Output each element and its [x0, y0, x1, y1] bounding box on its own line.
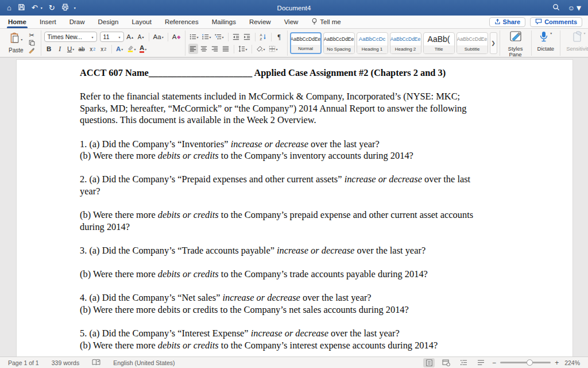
align-center-button[interactable] — [199, 44, 209, 54]
undo-icon[interactable]: ↶ — [32, 4, 38, 12]
home-icon[interactable]: ⌂ — [7, 4, 11, 12]
font-color-button[interactable]: A▾ — [138, 44, 148, 54]
paste-chevron-down-icon: ▾ — [21, 37, 22, 41]
shrink-font-button[interactable]: A▾ — [136, 32, 146, 42]
styles-gallery-more-button[interactable]: ❯ — [490, 32, 497, 54]
style-card-title[interactable]: AaBb( Title — [423, 32, 455, 54]
tab-insert[interactable]: Insert — [40, 16, 56, 28]
comments-button[interactable]: Comments — [530, 17, 582, 27]
styles-pane-button[interactable]: Styles Pane — [503, 31, 528, 55]
style-card-no-spacing[interactable]: AaBbCcDdEe No Spacing — [323, 32, 355, 54]
print-layout-view-button[interactable] — [423, 358, 435, 367]
title-bar: ⌂ ↶ ▾ ↻ ▾ Document4 ☺ ▾ — [0, 0, 588, 16]
doc-paragraph-q5: 5. (a) Did the Company’s “Interest Expen… — [80, 328, 506, 351]
justify-button[interactable] — [221, 44, 231, 54]
copy-button[interactable] — [27, 39, 37, 47]
tab-view[interactable]: View — [284, 16, 299, 28]
font-name-select[interactable]: Times New... ▾ — [44, 32, 97, 42]
font-group: Times New... ▾ 11 ▾ A▴ A▾ Aa▾ A◆ B I U▾ … — [41, 30, 185, 56]
style-card-heading2[interactable]: AaBbCcDdEe Heading 2 — [390, 32, 421, 54]
clipboard-icon — [9, 32, 20, 46]
increase-indent-button[interactable] — [242, 32, 252, 42]
zoom-slider-thumb[interactable] — [527, 359, 533, 366]
word-count[interactable]: 339 words — [52, 359, 79, 366]
style-card-heading1[interactable]: AaBbCcDc Heading 1 — [357, 32, 388, 54]
font-size-select[interactable]: 11 ▾ — [100, 32, 124, 42]
decrease-indent-button[interactable] — [231, 32, 241, 42]
document-page[interactable]: ACCT 607 Name______________________ Appl… — [16, 59, 573, 356]
line-spacing-button[interactable]: ▾ — [237, 44, 249, 54]
sensitivity-button: ▾ Sensitivity — [563, 31, 588, 55]
status-bar: Page 1 of 1 339 words English (United St… — [0, 356, 588, 368]
grow-font-button[interactable]: A▴ — [125, 32, 135, 42]
bullets-button[interactable]: ▾ — [188, 32, 200, 42]
document-body[interactable]: ACCT 607 Name______________________ Appl… — [17, 60, 506, 351]
zoom-level[interactable]: 224% — [564, 359, 580, 366]
paragraph-group: ▾ ▾ ▾ AZ — [185, 30, 288, 56]
shading-button[interactable]: ▾ — [255, 44, 266, 54]
cut-button[interactable]: ✂ — [27, 32, 37, 39]
document-canvas: ACCT 607 Name______________________ Appl… — [0, 57, 588, 356]
svg-text:A: A — [260, 33, 262, 37]
share-button[interactable]: Share — [489, 17, 526, 27]
tab-draw[interactable]: Draw — [69, 16, 85, 28]
proofing-status-icon[interactable] — [92, 359, 100, 367]
subscript-button[interactable]: x2 — [88, 44, 98, 54]
doc-paragraph-q2b: (b) Were there more debits or credits to… — [80, 209, 506, 233]
microphone-icon — [539, 31, 548, 45]
borders-button[interactable]: ▾ — [268, 44, 279, 54]
doc-paragraph-q1: 1. (a) Did the Company’s “Inventories” i… — [80, 139, 506, 162]
sensitivity-badge-icon — [572, 31, 582, 45]
account-chevron-down-icon: ▾ — [577, 2, 581, 13]
draft-view-button[interactable] — [475, 358, 486, 367]
paste-button[interactable]: ▾ Paste — [6, 32, 26, 53]
show-formatting-marks-button[interactable]: ¶ — [274, 32, 284, 42]
toolbar-more-chevron-icon[interactable]: ▾ — [74, 6, 76, 10]
chevron-down-icon: ▾ — [119, 35, 121, 39]
account-menu[interactable]: ☺ ▾ — [568, 2, 581, 13]
strikethrough-button[interactable]: ab — [77, 44, 87, 54]
redo-icon[interactable]: ↻ — [49, 4, 55, 12]
italic-button[interactable]: I — [55, 44, 65, 54]
save-icon[interactable] — [18, 3, 25, 13]
sort-button[interactable]: AZ — [258, 32, 268, 42]
zoom-out-button[interactable]: − — [492, 359, 496, 366]
web-layout-view-button[interactable] — [440, 358, 452, 367]
tab-layout[interactable]: Layout — [131, 16, 152, 28]
tab-design[interactable]: Design — [98, 16, 119, 28]
underline-button[interactable]: U▾ — [66, 44, 76, 54]
text-effects-button[interactable]: A▾ — [115, 44, 125, 54]
page-count[interactable]: Page 1 of 1 — [8, 359, 39, 366]
tab-home[interactable]: Home — [8, 16, 26, 28]
outline-view-button[interactable] — [458, 358, 469, 367]
tell-me-button[interactable]: Tell me — [311, 16, 341, 28]
tab-references[interactable]: References — [165, 16, 199, 28]
superscript-button[interactable]: x2 — [99, 44, 109, 54]
undo-chevron-down-icon[interactable]: ▾ — [41, 6, 42, 10]
change-case-button[interactable]: Aa▾ — [152, 32, 165, 42]
dictate-button[interactable]: ▾ Dictate — [535, 31, 558, 55]
search-icon[interactable] — [552, 3, 560, 13]
comment-icon — [535, 18, 542, 26]
format-painter-button[interactable] — [27, 47, 37, 54]
share-icon — [494, 18, 501, 26]
zoom-slider[interactable] — [500, 362, 551, 363]
align-left-button[interactable] — [188, 44, 198, 54]
align-right-button[interactable] — [210, 44, 220, 54]
smiley-icon: ☺ — [568, 4, 575, 12]
window-title: Document4 — [0, 5, 588, 12]
zoom-in-button[interactable]: + — [555, 359, 559, 366]
language-status[interactable]: English (United States) — [113, 359, 175, 366]
lightbulb-icon — [311, 18, 318, 26]
bold-button[interactable]: B — [44, 44, 54, 54]
ribbon: ▾ Paste ✂ Times New... ▾ 11 ▾ — [0, 29, 588, 57]
style-card-subtitle[interactable]: AaBbCcDdEe Subtitle — [457, 32, 488, 54]
print-icon[interactable] — [61, 3, 69, 13]
clear-formatting-button[interactable]: A◆ — [171, 32, 182, 42]
numbering-button[interactable]: ▾ — [201, 32, 212, 42]
multilevel-list-button[interactable]: ▾ — [214, 32, 225, 42]
tab-mailings[interactable]: Mailings — [212, 16, 236, 28]
highlight-button[interactable]: ▾ — [126, 44, 137, 54]
style-card-normal[interactable]: AaBbCcDdEe Normal — [290, 32, 322, 54]
tab-review[interactable]: Review — [249, 16, 271, 28]
